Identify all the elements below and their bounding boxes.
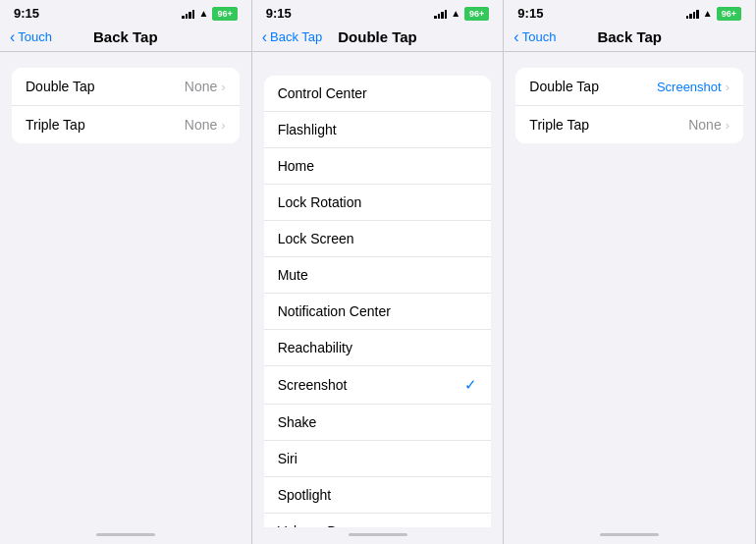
home-indicator-middle <box>252 527 504 544</box>
menu-item-label-1: Flashlight <box>278 122 337 137</box>
triple-tap-row-right[interactable]: Triple Tap None › <box>515 106 743 143</box>
nav-title-right: Back Tap <box>597 28 662 45</box>
triple-tap-label-left: Triple Tap <box>26 117 85 133</box>
double-tap-chevron-right: › <box>726 80 729 94</box>
back-chevron-left: ‹ <box>10 28 15 46</box>
menu-item-label-7: Reachability <box>278 340 352 355</box>
status-icons-left: ▲ 96+ <box>182 7 237 21</box>
menu-item-label-8: Screenshot <box>278 377 348 393</box>
battery-left: 96+ <box>212 7 237 21</box>
double-tap-row-right[interactable]: Double Tap Screenshot › <box>515 68 743 106</box>
home-indicator-left <box>0 527 251 544</box>
menu-item-control-center[interactable]: Control Center <box>264 76 492 112</box>
back-button-right[interactable]: ‹ Touch <box>513 28 556 46</box>
status-bar-right: 9:15 ▲ 96+ <box>504 0 755 25</box>
triple-tap-value-text-right: None <box>688 117 721 133</box>
double-tap-chevron-left: › <box>221 80 225 94</box>
settings-group-right: Double Tap Screenshot › Triple Tap None … <box>515 68 743 143</box>
home-bar-middle <box>349 533 407 536</box>
screenshot-checkmark: ✓ <box>464 376 477 394</box>
double-tap-value-right: Screenshot › <box>657 80 729 94</box>
status-time-right: 9:15 <box>517 6 543 21</box>
menu-item-volume-down[interactable]: Volume Down <box>264 514 492 527</box>
menu-list-middle: Control Center Flashlight Home Lock Rota… <box>264 76 492 527</box>
content-right: Double Tap Screenshot › Triple Tap None … <box>504 52 755 527</box>
content-middle: Control Center Flashlight Home Lock Rota… <box>252 52 504 527</box>
menu-item-screenshot[interactable]: Screenshot ✓ <box>264 366 492 405</box>
home-bar-left <box>96 533 155 536</box>
signal-icon-left <box>182 9 194 19</box>
signal-icon-middle <box>434 9 447 19</box>
signal-icon-right <box>686 9 699 19</box>
menu-item-shake[interactable]: Shake <box>264 405 492 441</box>
double-tap-value-text-right: Screenshot <box>657 80 722 94</box>
nav-title-left: Back Tap <box>93 28 158 45</box>
status-icons-right: ▲ 96+ <box>686 7 741 21</box>
triple-tap-value-right: None › <box>688 117 729 133</box>
battery-middle: 96+ <box>464 7 489 21</box>
triple-tap-chevron-left: › <box>221 118 225 133</box>
nav-bar-left: ‹ Touch Back Tap <box>0 25 251 52</box>
back-label-middle: Back Tap <box>270 29 322 44</box>
status-bar-middle: 9:15 ▲ 96+ <box>252 0 504 25</box>
triple-tap-value-left: None › <box>185 117 226 133</box>
status-icons-middle: ▲ 96+ <box>434 7 489 21</box>
triple-tap-label-right: Triple Tap <box>529 117 589 133</box>
menu-item-siri[interactable]: Siri <box>264 441 492 477</box>
menu-item-label-10: Siri <box>278 451 297 466</box>
left-panel: 9:15 ▲ 96+ ‹ Touch Back Tap Double Tap N… <box>0 0 252 544</box>
triple-tap-row-left[interactable]: Triple Tap None › <box>12 106 240 143</box>
back-chevron-right: ‹ <box>513 28 518 46</box>
status-time-left: 9:15 <box>14 6 39 21</box>
double-tap-label-right: Double Tap <box>529 79 599 94</box>
menu-item-label-9: Shake <box>278 414 317 430</box>
back-chevron-middle: ‹ <box>262 28 267 46</box>
menu-item-label-4: Lock Screen <box>278 231 354 246</box>
wifi-icon-middle: ▲ <box>451 8 460 19</box>
nav-bar-middle: ‹ Back Tap Double Tap <box>252 25 504 52</box>
menu-item-home[interactable]: Home <box>264 148 492 185</box>
menu-item-label-0: Control Center <box>278 85 367 101</box>
menu-item-reachability[interactable]: Reachability <box>264 330 492 366</box>
wifi-icon-right: ▲ <box>703 8 713 19</box>
back-button-left[interactable]: ‹ Touch <box>10 28 52 46</box>
double-tap-value-text-left: None <box>185 79 217 94</box>
battery-right: 96+ <box>717 7 741 21</box>
menu-item-mute[interactable]: Mute <box>264 257 492 294</box>
menu-item-label-11: Spotlight <box>278 487 331 503</box>
right-panel: 9:15 ▲ 96+ ‹ Touch Back Tap Double Tap S… <box>504 0 756 544</box>
back-label-left: Touch <box>18 29 52 44</box>
nav-title-middle: Double Tap <box>338 28 417 45</box>
menu-item-label-3: Lock Rotation <box>278 194 362 210</box>
home-indicator-right <box>504 527 755 544</box>
triple-tap-chevron-right: › <box>726 118 729 133</box>
double-tap-label-left: Double Tap <box>26 79 95 94</box>
wifi-icon-left: ▲ <box>198 8 208 19</box>
menu-item-flashlight[interactable]: Flashlight <box>264 112 492 148</box>
menu-item-notification-center[interactable]: Notification Center <box>264 294 492 330</box>
back-button-middle[interactable]: ‹ Back Tap <box>262 28 323 46</box>
menu-item-label-2: Home <box>278 158 314 174</box>
status-bar-left: 9:15 ▲ 96+ <box>0 0 251 25</box>
nav-bar-right: ‹ Touch Back Tap <box>504 25 755 52</box>
settings-group-left: Double Tap None › Triple Tap None › <box>12 68 240 143</box>
double-tap-row-left[interactable]: Double Tap None › <box>12 68 240 106</box>
back-label-right: Touch <box>522 29 557 44</box>
menu-item-label-5: Mute <box>278 267 308 283</box>
content-left: Double Tap None › Triple Tap None › <box>0 52 251 527</box>
middle-panel: 9:15 ▲ 96+ ‹ Back Tap Double Tap Control… <box>252 0 505 544</box>
double-tap-value-left: None › <box>185 79 226 94</box>
status-time-middle: 9:15 <box>266 6 292 21</box>
menu-item-label-6: Notification Center <box>278 303 391 319</box>
menu-item-lock-rotation[interactable]: Lock Rotation <box>264 185 492 221</box>
triple-tap-value-text-left: None <box>185 117 217 133</box>
menu-item-lock-screen[interactable]: Lock Screen <box>264 221 492 257</box>
menu-item-spotlight[interactable]: Spotlight <box>264 477 492 514</box>
home-bar-right <box>600 533 659 536</box>
